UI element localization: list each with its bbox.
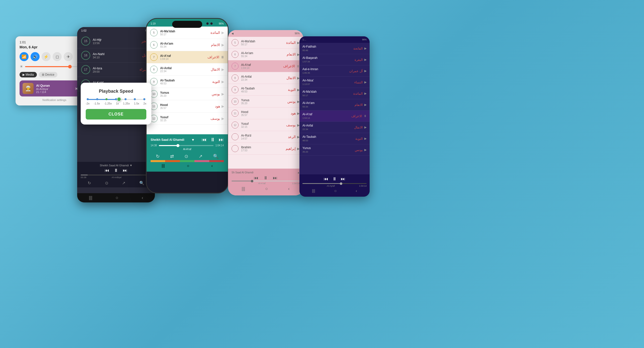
list-item[interactable]: 16 An-Nahl 34:10 النحل [77, 48, 155, 63]
speed-label-15: 1.5x [134, 102, 139, 105]
nav-back[interactable]: ‹ [288, 186, 290, 191]
phone-right2-nav: ||| ○ ‹ [302, 187, 367, 195]
list-item[interactable]: Yunus35:20 يونس ▶ [299, 144, 370, 156]
repeat-icon[interactable]: ↻ [88, 181, 91, 185]
nav-menu[interactable]: ||| [89, 195, 92, 200]
nfc-icon[interactable]: ◻ [53, 52, 62, 61]
pause-button[interactable]: ⏸ [332, 176, 337, 182]
list-item[interactable]: 11 Hood35:57 هود ▶ [228, 107, 303, 119]
phone-right2: 1:... 96% Al-Fatihah00:46 الفاتحة ▶ Al-B… [299, 36, 370, 197]
dropdown-icon[interactable]: ▼ [191, 138, 195, 142]
phone2-pause[interactable]: ⏸ [114, 168, 118, 173]
list-item-playing[interactable]: 7 Al-A'raf1:04:14 الاعراف ⏸ [228, 60, 303, 72]
phone-right2-controls: ⏮ ⏸ ⏭ [302, 176, 367, 182]
center-camera [206, 22, 213, 25]
sura-label: Al-A'raf [258, 182, 265, 185]
shuffle-icon[interactable]: ⇄ [170, 154, 174, 159]
phone-right1-nav: ||| ○ ‹ [232, 185, 300, 193]
nav-home[interactable]: ○ [116, 195, 119, 200]
next-button[interactable]: ⏭ [273, 175, 277, 181]
nav-menu[interactable]: ||| [312, 189, 315, 193]
nav-home[interactable]: ○ [334, 189, 337, 193]
list-item[interactable]: 12 Yusuf32:15 يوسف ▶ [147, 112, 228, 125]
phone-right2-status: 1:... 96% [299, 36, 370, 43]
list-item[interactable]: 10 Yunus35:20 يونس ▶ [147, 88, 228, 100]
media-tab-media[interactable]: ▶ Media [20, 72, 37, 77]
list-item-playing[interactable]: 7 Al-A'raf1:04:14 الاعراف ⏸ [147, 51, 228, 63]
sound-icon[interactable]: 🔊 [31, 52, 40, 61]
phone-right1-progress[interactable] [232, 181, 300, 181]
list-item[interactable]: 6 Al-An'am55:34 الانعام ▶ [228, 49, 303, 60]
list-item[interactable]: 12 Yusuf32:15 يوسف ▶ [228, 119, 303, 131]
list-item[interactable]: Ar-Ra'd14:57 الرعد ▶ [228, 131, 303, 143]
media-tab-device[interactable]: ⊞ Device [39, 72, 57, 77]
center-pause[interactable]: ⏸ [210, 137, 215, 143]
nav-home[interactable]: ○ [265, 186, 268, 191]
share-icon[interactable]: ↗ [199, 154, 202, 159]
phone-right2-player: ⏮ ⏸ ⏭ Al-Ayraf 1:04:14 ||| ○ ‹ [299, 174, 370, 197]
close-button[interactable]: CLOSE [86, 109, 146, 120]
list-item[interactable]: Aal-e-Imran1:05:35 آل عمران ▶ [299, 65, 370, 77]
time-total: 1:04:14 [359, 185, 367, 187]
nav-menu[interactable]: ||| [242, 186, 245, 191]
list-item[interactable]: 6 Al-An'am55:34 الانعام ▶ [147, 39, 228, 51]
list-item[interactable]: 9 At-Taubah48:53 التوبة ▶ [228, 84, 303, 96]
list-item[interactable]: 9 At-Taubah48:53 التوبة ▶ [147, 76, 228, 88]
nav-back[interactable]: ‹ [142, 195, 143, 200]
list-item[interactable]: 15 Al-Hijr 13:56 الحجر [77, 34, 155, 48]
nav-back[interactable]: ‹ [211, 164, 213, 168]
phone2-prev[interactable]: ⏮ [105, 168, 109, 173]
speed-label-n15: -1.5x [94, 102, 100, 105]
phone2-next[interactable]: ⏭ [123, 168, 127, 173]
phone-right1-status: ◀ 96% [228, 30, 303, 37]
airplane-icon[interactable]: ✈ [64, 52, 73, 61]
list-item[interactable]: Al-Baqarah1:57:34 البقرة ▶ [299, 54, 370, 65]
search-icon[interactable]: 🔍 [213, 154, 219, 159]
list-item[interactable]: 17 Al-Isra 29:00 الإسراء [77, 63, 155, 77]
nav-menu[interactable]: ||| [162, 164, 165, 168]
list-item[interactable]: Ibrahim17:53 إبراهيم ▶ [228, 143, 303, 155]
repeat-icon[interactable]: ↻ [156, 154, 160, 159]
phone2-progress-bar[interactable] [81, 175, 151, 175]
list-item[interactable]: 5 Al-Ma'idah50:17 المائدة ▶ [147, 27, 228, 39]
share-icon[interactable]: ↗ [122, 181, 125, 185]
phone2-player: Sheikh Saad Al Ghamdi ▼ ⏮ ⏸ ⏭ 00:38 Al-A… [77, 162, 155, 187]
phone-right2-progress[interactable] [302, 183, 367, 184]
phone-right1-list: 5 Al-Ma'idah50:17 المائدة ▶ 6 Al-An'am55… [228, 37, 303, 155]
pause-button[interactable]: ⏸ [263, 175, 268, 181]
list-item[interactable]: 5 Al-Ma'idah50:17 المائدة ▶ [228, 37, 303, 49]
list-item[interactable]: At-Taubah48:53 التوبة ▶ [299, 133, 370, 144]
sura-label: Al-Ayraf [327, 185, 335, 187]
center-next[interactable]: ⏭ [219, 137, 224, 143]
bluetooth-icon[interactable]: ⚡ [42, 52, 51, 61]
phone-right1-controls: ⏮ ⏸ ⏭ [232, 175, 300, 181]
center-phone: 1:19 96% 5 Al-Ma'idah50:17 المائدة ▶ 6 A… [146, 18, 229, 193]
center-progress-bar[interactable] [159, 145, 213, 146]
speed-label-125: 1.25x [123, 102, 130, 105]
speed-icon[interactable]: ⊙ [184, 154, 188, 159]
speed-icon[interactable]: ⊙ [105, 181, 108, 185]
next-button[interactable]: ⏭ [341, 176, 345, 182]
prev-button[interactable]: ⏮ [254, 175, 258, 181]
center-sura-label: Al-A'raf [151, 148, 224, 151]
speed-track[interactable] [87, 99, 145, 100]
search-icon[interactable]: 🔍 [139, 181, 144, 185]
phone2-reciter: Sheikh Saad Al Ghamdi ▼ [81, 164, 151, 167]
list-item[interactable]: Al-Fatihah00:46 الفاتحة ▶ [299, 43, 370, 54]
list-item[interactable]: 8 Al-Anfal22:34 الانفال ▶ [147, 63, 228, 76]
prev-button[interactable]: ⏮ [324, 176, 328, 182]
nav-back[interactable]: ‹ [356, 189, 357, 193]
list-item[interactable]: Al-Ma'idah50:17 المائدة ▶ [299, 88, 370, 99]
center-prev[interactable]: ⏮ [202, 137, 207, 143]
list-item[interactable]: 10 Yunus35:20 يونس ▶ [228, 96, 303, 107]
list-item[interactable]: 8 Al-Anfal22:34 الانفال ▶ [228, 72, 303, 84]
nav-home[interactable]: ○ [187, 164, 189, 168]
list-item[interactable]: An-Nisa'1:13:07 النساء ▶ [299, 77, 370, 88]
center-time: 1:19 [151, 22, 155, 25]
list-item[interactable]: 11 Hood35:57 هود ▶ [147, 100, 228, 112]
center-player-top: Sheikh Saad Al Ghamdi ▼ ⏮ ⏸ ⏭ [151, 137, 224, 143]
list-item[interactable]: Al-An'am55:34 الانعام ▶ [299, 99, 370, 110]
wifi-icon[interactable]: 📶 [20, 52, 29, 61]
list-item-playing[interactable]: Al-A'raf1:04:14 الاعراف ⏸ [299, 110, 370, 122]
list-item[interactable]: Al-Anfal22:34 الانفال ▶ [299, 122, 370, 133]
